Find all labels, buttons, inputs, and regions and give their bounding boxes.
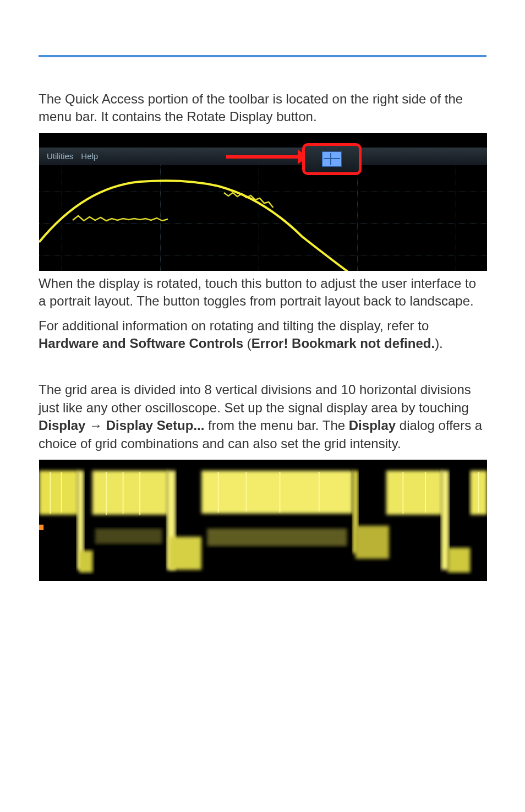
page-content: The Quick Access portion of the toolbar … — [0, 0, 525, 618]
svg-rect-3 — [201, 471, 353, 514]
waveform-trace-icon — [39, 165, 487, 271]
ref-paren-open: ( — [243, 336, 251, 351]
ref-paren-close: ). — [435, 336, 443, 351]
waveform-persistence-icon — [39, 460, 487, 581]
ref-link-hardware: Hardware and Software Controls — [39, 336, 243, 351]
section-gap — [39, 359, 486, 381]
intro-paragraph: The Quick Access portion of the toolbar … — [39, 90, 486, 126]
rotate-display-icon[interactable] — [322, 151, 342, 167]
ref-error-bookmark: Error! Bookmark not defined. — [251, 336, 435, 351]
menu-path-display-setup: Display → Display Setup... — [39, 418, 204, 433]
svg-rect-1 — [39, 471, 78, 515]
svg-rect-12 — [356, 526, 389, 559]
svg-rect-10 — [79, 551, 92, 573]
quick-access-screenshot: Utilities Help — [39, 133, 488, 271]
grid-text-b: from the menu bar. The — [204, 418, 348, 433]
svg-rect-28 — [39, 525, 43, 530]
svg-rect-11 — [169, 537, 201, 570]
oscilloscope-grid — [39, 165, 487, 271]
rotate-description-paragraph: When the display is rotated, touch this … — [39, 275, 486, 310]
signal-display-screenshot — [39, 459, 488, 581]
header-rule — [39, 55, 486, 57]
menu-help[interactable]: Help — [81, 151, 98, 161]
dialog-name-display: Display — [349, 418, 396, 433]
grid-paragraph: The grid area is divided into 8 vertical… — [39, 381, 486, 453]
svg-rect-14 — [207, 528, 347, 546]
grid-text-a: The grid area is divided into 8 vertical… — [39, 382, 471, 415]
rotate-highlight-box — [302, 143, 362, 175]
svg-rect-4 — [386, 471, 442, 515]
svg-rect-13 — [448, 548, 471, 573]
callout-arrow-line — [226, 155, 302, 159]
svg-rect-2 — [92, 471, 168, 515]
svg-rect-15 — [95, 528, 162, 544]
svg-rect-9 — [441, 471, 449, 570]
ref-prefix: For additional information on rotating a… — [39, 318, 429, 333]
menu-utilities[interactable]: Utilities — [47, 151, 73, 161]
reference-paragraph: For additional information on rotating a… — [39, 317, 486, 353]
